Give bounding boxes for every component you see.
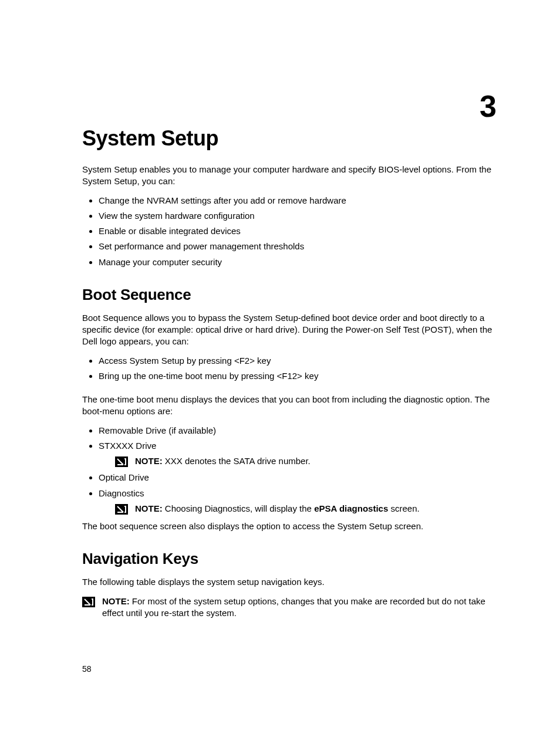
- note-row: NOTE: Choosing Diagnostics, will display…: [115, 503, 497, 515]
- note-body-pre: Choosing Diagnostics, will display the: [165, 503, 314, 513]
- list-item-text: STXXXX Drive: [99, 441, 156, 451]
- note-body-post: screen.: [388, 503, 419, 513]
- note-icon: [115, 504, 128, 515]
- boot-bullet-list-2: Removable Drive (if available) STXXXX Dr…: [82, 425, 497, 515]
- page-number: 58: [82, 664, 92, 674]
- note-body: XXX denotes the SATA drive number.: [165, 456, 311, 466]
- page-title: System Setup: [82, 126, 497, 151]
- note-row: NOTE: For most of the system setup optio…: [82, 596, 497, 620]
- intro-paragraph: System Setup enables you to manage your …: [82, 164, 497, 188]
- list-item: Change the NVRAM settings after you add …: [99, 195, 497, 207]
- boot-bullet-list-1: Access System Setup by pressing <F2> key…: [82, 355, 497, 383]
- boot-paragraph-1: Boot Sequence allows you to bypass the S…: [82, 312, 497, 348]
- note-text: NOTE: XXX denotes the SATA drive number.: [135, 455, 311, 467]
- nav-paragraph-1: The following table displays the system …: [82, 576, 497, 588]
- note-label: NOTE:: [102, 596, 132, 606]
- note-body: For most of the system setup options, ch…: [102, 596, 485, 618]
- note-body-bold: ePSA diagnostics: [314, 503, 388, 513]
- list-item: Manage your computer security: [99, 256, 497, 268]
- note-text: NOTE: For most of the system setup optio…: [102, 596, 497, 620]
- note-text: NOTE: Choosing Diagnostics, will display…: [135, 503, 420, 515]
- note-label: NOTE:: [135, 503, 165, 513]
- chapter-number: 3: [480, 91, 497, 121]
- boot-sequence-heading: Boot Sequence: [82, 286, 497, 304]
- intro-bullet-list: Change the NVRAM settings after you add …: [82, 195, 497, 268]
- note-row: NOTE: XXX denotes the SATA drive number.: [115, 455, 497, 467]
- list-item: View the system hardware configuration: [99, 210, 497, 222]
- boot-paragraph-2: The one-time boot menu displays the devi…: [82, 394, 497, 418]
- list-item: Bring up the one-time boot menu by press…: [99, 370, 497, 382]
- list-item: Access System Setup by pressing <F2> key: [99, 355, 497, 367]
- note-label: NOTE:: [135, 456, 165, 466]
- note-icon: [115, 456, 128, 467]
- note-icon: [82, 597, 95, 607]
- list-item: STXXXX Drive NOTE: XXX denotes the SATA …: [99, 440, 497, 468]
- list-item: Diagnostics NOTE: Choosing Diagnostics, …: [99, 488, 497, 515]
- list-item-text: Diagnostics: [99, 488, 144, 498]
- document-page: 3 System Setup System Setup enables you …: [82, 91, 497, 624]
- list-item: Enable or disable integrated devices: [99, 225, 497, 237]
- list-item: Set performance and power management thr…: [99, 241, 497, 252]
- boot-paragraph-3: The boot sequence screen also displays t…: [82, 520, 497, 532]
- list-item: Removable Drive (if available): [99, 425, 497, 437]
- navigation-keys-heading: Navigation Keys: [82, 550, 497, 568]
- list-item: Optical Drive: [99, 472, 497, 483]
